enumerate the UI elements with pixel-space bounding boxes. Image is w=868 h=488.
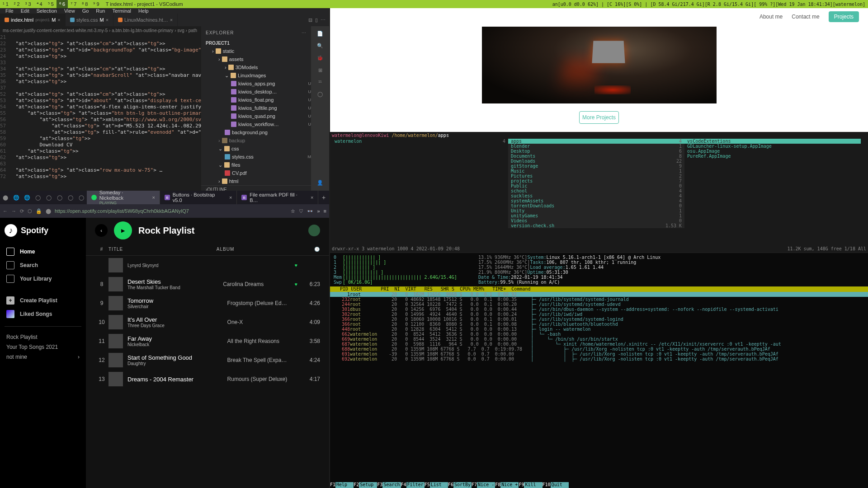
tree-item[interactable]: › 3DModels — [201, 63, 311, 71]
testing-icon[interactable]: ¹¹ — [318, 80, 321, 85]
toolbar-icon[interactable]: » — [317, 208, 320, 214]
account-icon[interactable]: 👤 — [317, 180, 323, 186]
lf-entry[interactable]: torrentDownloads0 — [508, 203, 684, 208]
process-row[interactable]: 688 watermelon 20 0 1359M 108M 67768 S 7… — [330, 347, 868, 352]
spotify-nav-item[interactable]: Liked Songs — [5, 307, 81, 321]
file-tree[interactable]: PROJECT1 › static› assets› 3DModels⌄ Lin… — [201, 39, 311, 185]
toolbar-icon[interactable]: 👓 — [307, 208, 313, 214]
toolbar-icon[interactable]: ♡ — [299, 208, 303, 214]
tree-item[interactable]: kiwios_fulltile.pngU — [201, 104, 311, 112]
split-icon[interactable]: ▯ — [315, 17, 318, 23]
playlist-item[interactable]: not mine› — [5, 352, 81, 362]
lf-current-col[interactable]: apps4blender1Desktop6Documents8Downloads… — [508, 139, 684, 228]
pinned-tab-icon[interactable]: ◯ — [76, 195, 87, 201]
nav-link-contact[interactable]: Contact me — [792, 14, 819, 20]
menu-file[interactable]: File — [2, 8, 17, 14]
process-row[interactable]: 302 root 20 0 14996 4924 4640 S 0.0 0.0 … — [330, 312, 868, 317]
menu-view[interactable]: View — [61, 8, 79, 14]
workspace-8[interactable]: ⁸ 8 — [79, 0, 90, 8]
forward-button[interactable]: → — [11, 208, 16, 214]
debug-icon[interactable]: 🐞 — [317, 55, 323, 61]
workspace-3[interactable]: ³ 3 — [23, 0, 34, 8]
permission-icon[interactable]: ⬤ — [46, 208, 51, 214]
process-row[interactable]: 232 root 20 0 48692 18548 17512 S 0.0 0.… — [330, 297, 868, 302]
lf-entry[interactable]: version-check.sh1.53 K — [508, 223, 684, 228]
lf-entry[interactable]: school4 — [508, 188, 684, 193]
pinned-tab-icon[interactable]: ◯ — [33, 195, 43, 201]
tree-item[interactable]: background.png — [201, 128, 311, 136]
playlist-item[interactable]: Your Top Songs 2021 — [5, 342, 81, 352]
editor-tab[interactable]: styles.cssM × — [66, 14, 113, 26]
lf-entry[interactable]: watermelon4 — [332, 139, 508, 144]
search-icon[interactable]: 🔍 — [317, 43, 323, 49]
tree-item[interactable]: CV.pdf — [201, 169, 311, 177]
projects-button[interactable]: Projects — [829, 11, 859, 22]
menu-go[interactable]: Go — [79, 8, 93, 14]
pinned-tab-icon[interactable]: ◯ — [65, 195, 76, 201]
process-row[interactable]: 669 watermelon 20 0 8544 3524 3212 S 0.0… — [330, 337, 868, 342]
tree-item[interactable]: kiwios_quad.pngU — [201, 112, 311, 120]
lf-entry[interactable]: unityGames1 — [508, 213, 684, 218]
lf-entry[interactable]: systemAssets4 — [508, 198, 684, 203]
lf-preview-col[interactable]: vsCodeExtentionsGDLauncher-linux-setup.A… — [684, 139, 861, 228]
tree-item[interactable]: ⌄ LinuxImages — [201, 71, 311, 80]
pinned-tab-icon[interactable]: 🌐 — [22, 195, 33, 201]
track-row[interactable]: 11Far AwayNickelbackAll the Right Reason… — [86, 332, 329, 351]
menu-terminal[interactable]: Terminal — [109, 8, 135, 14]
track-row[interactable]: 9TomorrowSilverchairFrogstomp (Deluxe Ed… — [86, 294, 329, 313]
process-header[interactable]: PID USER PRI NI VIRT RES SHR S CPU% MEM%… — [330, 286, 868, 292]
workspace-4[interactable]: ⁴ 4 — [34, 0, 45, 8]
lf-entry[interactable]: blender1 — [508, 144, 684, 149]
lf-entry[interactable]: Desktop6 — [508, 149, 684, 154]
process-row[interactable]: 1 root 20 0 162M 11656 9068 S 0.0 0.1 0:… — [330, 292, 868, 297]
menu-selection[interactable]: Selection — [33, 8, 61, 14]
process-row[interactable]: 662 watermelon 20 0 8524 5412 3636 S 0.0… — [330, 332, 868, 337]
browser-tab[interactable]: Someday · NickelbackPLAYING× — [87, 191, 160, 204]
tree-item[interactable]: styles.cssM — [201, 153, 311, 161]
browser-tab[interactable]: BButtons · Bootstrap v5.0× — [160, 191, 237, 204]
workspace-2[interactable]: ² 2 — [11, 0, 23, 8]
tree-item[interactable]: kiwios_float.pngU — [201, 96, 311, 104]
nav-link-about[interactable]: About me — [760, 14, 783, 20]
workspace-9[interactable]: ⁹ 9 — [90, 0, 102, 8]
files-icon[interactable]: 📄 — [317, 31, 323, 37]
htop-window[interactable]: 0[||||||||||| ]13.1% 936MHz 36°C] System… — [330, 253, 868, 488]
menu-run[interactable]: Run — [92, 8, 108, 14]
lf-entry[interactable]: gitStorage9 — [508, 164, 684, 169]
toolbar-icon[interactable]: ☆ — [291, 208, 295, 214]
tree-item[interactable]: › static — [201, 47, 311, 55]
spotify-logo[interactable]: ♪ Spotify — [5, 224, 81, 237]
back-button[interactable]: ← — [3, 208, 8, 214]
menu-help[interactable]: Help — [135, 8, 152, 14]
process-row[interactable]: 301 dbus 20 0 14256 6976 5404 S 0.0 0.0 … — [330, 307, 868, 312]
track-row[interactable]: Lynyrd Skynyrd♥ — [86, 256, 329, 275]
lf-entry[interactable]: vsCodeExtentions — [684, 139, 861, 144]
process-row[interactable]: 244 root 20 0 32564 10228 7472 S 0.0 0.1… — [330, 302, 868, 307]
pinned-tab-icon[interactable]: 🌐 — [11, 195, 22, 201]
project-root[interactable]: PROJECT1 — [201, 39, 311, 47]
tree-item[interactable]: kiwios_apps.pngU — [201, 80, 311, 88]
workspace-7[interactable]: ⁷ 7 — [68, 0, 79, 8]
tree-item[interactable]: kiwios_workflow…U — [201, 120, 311, 128]
lf-entry[interactable]: apps4 — [508, 139, 684, 144]
track-row[interactable]: 13Dreams - 2004 RemasterRumours (Super D… — [86, 370, 329, 389]
more-icon[interactable]: ⋯ — [321, 17, 326, 23]
process-row[interactable]: 692 watermelon 20 0 1359M 108M 67768 S 0… — [330, 357, 868, 361]
workspace-5[interactable]: ⁵ 5 — [45, 0, 57, 8]
lf-parent-col[interactable]: watermelon4 — [332, 139, 508, 228]
toolbar-icon[interactable]: ≡ — [324, 208, 326, 214]
nav-back-button[interactable]: ‹ — [95, 224, 108, 237]
spotify-nav-item[interactable]: Your Library — [5, 272, 81, 286]
lf-entry[interactable]: Documents8 — [508, 154, 684, 159]
menu-edit[interactable]: Edit — [17, 8, 33, 14]
tracklist[interactable]: Lynyrd Skynyrd♥8Desert SkiesThe Marshall… — [86, 256, 329, 389]
editor-tab[interactable]: LinuxMachines.ht… × — [113, 14, 178, 26]
editor-tab[interactable]: index.htmlproject1M × — [0, 14, 66, 26]
process-list[interactable]: 1 root 20 0 162M 11656 9068 S 0.0 0.1 0:… — [330, 292, 868, 482]
breadcrumb[interactable]: ms-center.justify-content-center.text-wh… — [0, 26, 201, 34]
lf-entry[interactable]: Public0 — [508, 183, 684, 188]
spotify-nav-item[interactable]: Home — [5, 245, 81, 258]
process-row[interactable]: 687 watermelon 20 0 5988 1116 964 S 0.0 … — [330, 342, 868, 347]
pinned-tab-icon[interactable]: ◯ — [54, 195, 65, 201]
workspace-1[interactable]: ¹ 1 — [0, 0, 11, 8]
